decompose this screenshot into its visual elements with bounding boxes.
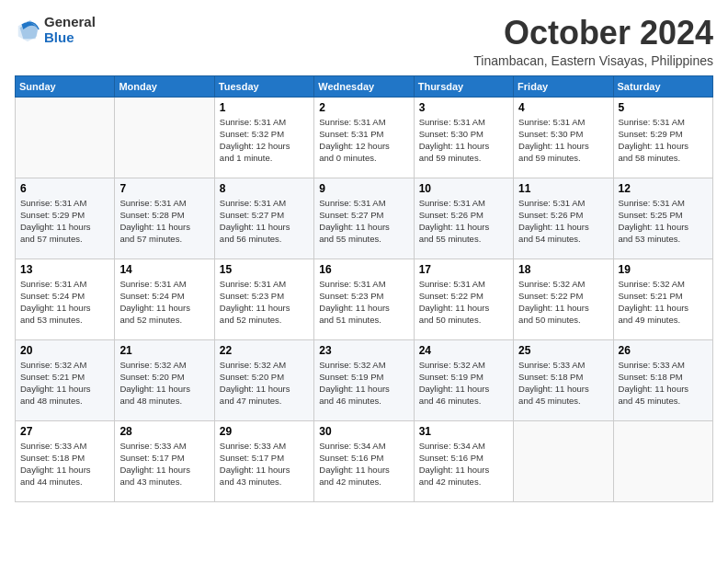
- calendar-cell: 28Sunrise: 5:33 AMSunset: 5:17 PMDayligh…: [115, 420, 214, 501]
- day-content: Sunrise: 5:31 AMSunset: 5:31 PMDaylight:…: [319, 116, 408, 165]
- day-number: 7: [119, 182, 209, 195]
- day-number: 22: [220, 344, 309, 357]
- calendar-cell: 24Sunrise: 5:32 AMSunset: 5:19 PMDayligh…: [414, 339, 513, 420]
- calendar-cell: 15Sunrise: 5:31 AMSunset: 5:23 PMDayligh…: [214, 259, 313, 339]
- column-header-sunday: Sunday: [16, 75, 115, 97]
- calendar-cell: 12Sunrise: 5:31 AMSunset: 5:25 PMDayligh…: [613, 178, 712, 259]
- day-number: 10: [419, 182, 508, 195]
- day-number: 2: [319, 101, 408, 114]
- column-header-tuesday: Tuesday: [214, 75, 313, 97]
- day-content: Sunrise: 5:31 AMSunset: 5:22 PMDaylight:…: [419, 278, 508, 327]
- day-number: 8: [220, 182, 309, 195]
- location: Tinambacan, Eastern Visayas, Philippines: [473, 53, 713, 68]
- calendar-cell: 16Sunrise: 5:31 AMSunset: 5:23 PMDayligh…: [314, 259, 414, 339]
- day-number: 29: [220, 425, 309, 438]
- column-header-monday: Monday: [115, 75, 214, 97]
- day-number: 24: [419, 344, 508, 357]
- day-number: 28: [119, 425, 209, 438]
- calendar-cell: 29Sunrise: 5:33 AMSunset: 5:17 PMDayligh…: [214, 420, 313, 501]
- logo-icon: [15, 17, 40, 43]
- calendar-cell: 13Sunrise: 5:31 AMSunset: 5:24 PMDayligh…: [16, 259, 115, 339]
- week-row-5: 27Sunrise: 5:33 AMSunset: 5:18 PMDayligh…: [16, 420, 713, 501]
- day-number: 1: [220, 101, 309, 114]
- calendar-cell: 11Sunrise: 5:31 AMSunset: 5:26 PMDayligh…: [514, 178, 613, 259]
- calendar-cell: 10Sunrise: 5:31 AMSunset: 5:26 PMDayligh…: [414, 178, 513, 259]
- calendar-cell: 18Sunrise: 5:32 AMSunset: 5:22 PMDayligh…: [514, 259, 613, 339]
- calendar-cell: 20Sunrise: 5:32 AMSunset: 5:21 PMDayligh…: [16, 339, 115, 420]
- day-number: 15: [220, 263, 309, 276]
- day-content: Sunrise: 5:32 AMSunset: 5:19 PMDaylight:…: [419, 359, 508, 408]
- day-content: Sunrise: 5:33 AMSunset: 5:18 PMDaylight:…: [619, 359, 708, 408]
- day-content: Sunrise: 5:31 AMSunset: 5:24 PMDaylight:…: [119, 278, 209, 327]
- calendar-cell: [115, 97, 214, 178]
- calendar-cell: 8Sunrise: 5:31 AMSunset: 5:27 PMDaylight…: [214, 178, 313, 259]
- calendar-cell: 9Sunrise: 5:31 AMSunset: 5:27 PMDaylight…: [314, 178, 414, 259]
- calendar-cell: 31Sunrise: 5:34 AMSunset: 5:16 PMDayligh…: [414, 420, 513, 501]
- day-number: 21: [119, 344, 209, 357]
- calendar-cell: 1Sunrise: 5:31 AMSunset: 5:32 PMDaylight…: [214, 97, 313, 178]
- day-content: Sunrise: 5:31 AMSunset: 5:29 PMDaylight:…: [20, 197, 109, 246]
- day-number: 4: [518, 101, 608, 114]
- header-row: SundayMondayTuesdayWednesdayThursdayFrid…: [16, 75, 713, 97]
- day-content: Sunrise: 5:32 AMSunset: 5:22 PMDaylight:…: [518, 278, 608, 327]
- calendar-cell: 6Sunrise: 5:31 AMSunset: 5:29 PMDaylight…: [16, 178, 115, 259]
- day-content: Sunrise: 5:33 AMSunset: 5:17 PMDaylight:…: [119, 440, 209, 488]
- day-content: Sunrise: 5:31 AMSunset: 5:30 PMDaylight:…: [419, 116, 508, 165]
- day-content: Sunrise: 5:32 AMSunset: 5:21 PMDaylight:…: [619, 278, 708, 327]
- day-content: Sunrise: 5:31 AMSunset: 5:32 PMDaylight:…: [220, 116, 309, 165]
- day-number: 26: [619, 344, 708, 357]
- calendar-cell: [613, 420, 712, 501]
- day-content: Sunrise: 5:32 AMSunset: 5:20 PMDaylight:…: [119, 359, 209, 408]
- day-content: Sunrise: 5:32 AMSunset: 5:20 PMDaylight:…: [220, 359, 309, 408]
- week-row-2: 6Sunrise: 5:31 AMSunset: 5:29 PMDaylight…: [16, 178, 713, 259]
- logo: General Blue: [15, 15, 96, 45]
- column-header-thursday: Thursday: [414, 75, 513, 97]
- day-number: 27: [20, 425, 109, 438]
- day-content: Sunrise: 5:31 AMSunset: 5:29 PMDaylight:…: [619, 116, 708, 165]
- day-number: 25: [518, 344, 608, 357]
- logo-general: General: [44, 15, 96, 30]
- calendar-cell: 14Sunrise: 5:31 AMSunset: 5:24 PMDayligh…: [115, 259, 214, 339]
- day-content: Sunrise: 5:34 AMSunset: 5:16 PMDaylight:…: [419, 440, 508, 488]
- week-row-1: 1Sunrise: 5:31 AMSunset: 5:32 PMDaylight…: [16, 97, 713, 178]
- day-content: Sunrise: 5:33 AMSunset: 5:18 PMDaylight:…: [20, 440, 109, 488]
- column-header-wednesday: Wednesday: [314, 75, 414, 97]
- day-content: Sunrise: 5:31 AMSunset: 5:28 PMDaylight:…: [119, 197, 209, 246]
- week-row-4: 20Sunrise: 5:32 AMSunset: 5:21 PMDayligh…: [16, 339, 713, 420]
- calendar-cell: 21Sunrise: 5:32 AMSunset: 5:20 PMDayligh…: [115, 339, 214, 420]
- calendar-table: SundayMondayTuesdayWednesdayThursdayFrid…: [15, 75, 713, 502]
- day-content: Sunrise: 5:31 AMSunset: 5:30 PMDaylight:…: [518, 116, 608, 165]
- day-number: 19: [619, 263, 708, 276]
- day-content: Sunrise: 5:31 AMSunset: 5:26 PMDaylight:…: [419, 197, 508, 246]
- calendar-cell: 19Sunrise: 5:32 AMSunset: 5:21 PMDayligh…: [613, 259, 712, 339]
- day-number: 14: [119, 263, 209, 276]
- day-number: 17: [419, 263, 508, 276]
- day-number: 6: [20, 182, 109, 195]
- column-header-saturday: Saturday: [613, 75, 712, 97]
- column-header-friday: Friday: [514, 75, 613, 97]
- title-block: October 2024 Tinambacan, Eastern Visayas…: [473, 15, 713, 68]
- day-content: Sunrise: 5:31 AMSunset: 5:23 PMDaylight:…: [220, 278, 309, 327]
- week-row-3: 13Sunrise: 5:31 AMSunset: 5:24 PMDayligh…: [16, 259, 713, 339]
- calendar-cell: [16, 97, 115, 178]
- day-content: Sunrise: 5:33 AMSunset: 5:17 PMDaylight:…: [220, 440, 309, 488]
- calendar-cell: 7Sunrise: 5:31 AMSunset: 5:28 PMDaylight…: [115, 178, 214, 259]
- day-content: Sunrise: 5:31 AMSunset: 5:23 PMDaylight:…: [319, 278, 408, 327]
- calendar-cell: 23Sunrise: 5:32 AMSunset: 5:19 PMDayligh…: [314, 339, 414, 420]
- day-number: 11: [518, 182, 608, 195]
- day-content: Sunrise: 5:31 AMSunset: 5:27 PMDaylight:…: [319, 197, 408, 246]
- calendar-cell: 2Sunrise: 5:31 AMSunset: 5:31 PMDaylight…: [314, 97, 414, 178]
- page-header: General Blue October 2024 Tinambacan, Ea…: [15, 15, 713, 68]
- calendar-cell: 30Sunrise: 5:34 AMSunset: 5:16 PMDayligh…: [314, 420, 414, 501]
- day-number: 16: [319, 263, 408, 276]
- day-number: 30: [319, 425, 408, 438]
- logo-text: General Blue: [44, 15, 96, 45]
- calendar-cell: 3Sunrise: 5:31 AMSunset: 5:30 PMDaylight…: [414, 97, 513, 178]
- day-number: 18: [518, 263, 608, 276]
- day-content: Sunrise: 5:32 AMSunset: 5:21 PMDaylight:…: [20, 359, 109, 408]
- calendar-cell: 17Sunrise: 5:31 AMSunset: 5:22 PMDayligh…: [414, 259, 513, 339]
- calendar-cell: 5Sunrise: 5:31 AMSunset: 5:29 PMDaylight…: [613, 97, 712, 178]
- day-number: 23: [319, 344, 408, 357]
- calendar-cell: 27Sunrise: 5:33 AMSunset: 5:18 PMDayligh…: [16, 420, 115, 501]
- day-number: 5: [619, 101, 708, 114]
